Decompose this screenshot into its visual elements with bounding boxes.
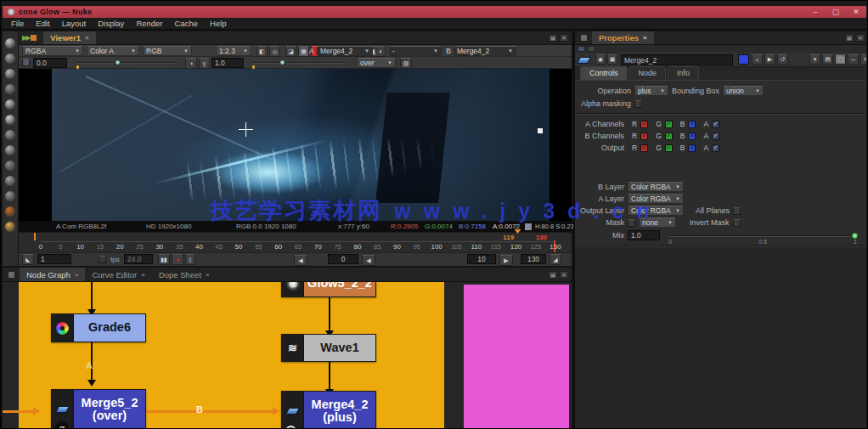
backdrop-magenta[interactable] [464, 285, 569, 429]
gamma-icon[interactable]: γ [199, 58, 210, 69]
node-wave1[interactable]: ≋ Wave1 [281, 334, 376, 362]
fps-field[interactable]: 24.0 [124, 254, 153, 264]
bbox-dropdown[interactable]: union▼ [723, 86, 764, 96]
swap-inputs-icon[interactable]: ◐ [375, 46, 386, 57]
node-color-swatch[interactable] [738, 54, 749, 65]
all-planes-checkbox[interactable] [733, 207, 741, 215]
tab-viewer1[interactable]: Viewer1 × [43, 31, 95, 44]
threed-toolbar-icon[interactable] [5, 176, 15, 186]
close-icon[interactable]: × [75, 271, 79, 279]
invert-mask-checkbox[interactable] [733, 219, 741, 227]
metadata-toolbar-icon[interactable] [5, 206, 15, 217]
node-merge4-2[interactable]: Merge4_2 (plus) + [281, 391, 376, 429]
viewer-image-area[interactable] [19, 69, 572, 221]
range-out-field[interactable]: 130 [521, 254, 546, 264]
close-icon[interactable]: × [643, 34, 647, 42]
menu-help[interactable]: Help [210, 19, 227, 28]
a-channels-b-checkbox[interactable]: ✓ [688, 121, 696, 128]
mask-overlay-icon[interactable]: ▦ [298, 46, 309, 57]
tab-node-graph[interactable]: Node Graph × [20, 268, 85, 281]
flipbook-icon[interactable]: ▯ [185, 254, 195, 265]
gain-toggle[interactable] [22, 59, 30, 66]
b-layer-dropdown[interactable]: Color RGBA▼ [628, 182, 684, 192]
pane-split-icon[interactable]: ▤ [845, 34, 854, 42]
gamma-slider[interactable] [252, 62, 344, 64]
tab-controls[interactable]: Controls [580, 66, 628, 80]
close-icon[interactable]: × [141, 271, 145, 279]
proxy-icon[interactable]: ◪ [285, 46, 296, 57]
tab-dope-sheet[interactable]: Dope Sheet × [152, 268, 217, 281]
close-icon[interactable]: × [85, 34, 89, 42]
node-merge5-2[interactable]: Merge5_2 (over) α [51, 389, 146, 429]
channel-toolbar-icon[interactable] [5, 84, 15, 94]
realtime-checkbox[interactable] [99, 256, 106, 263]
pane-split-icon[interactable]: ▤ [549, 34, 557, 42]
a-channels-r-checkbox[interactable]: ✓ [640, 121, 648, 128]
menu-file[interactable]: File [11, 19, 24, 28]
b-channels-g-checkbox[interactable]: ✓ [665, 133, 673, 140]
a-layer-dropdown[interactable]: Color RGBA▼ [628, 194, 684, 204]
current-frame-field[interactable]: 10 [467, 254, 496, 264]
timeline[interactable]: 119 130 05101520253035404550556065707580… [19, 232, 572, 252]
float-panel-icon[interactable]: ▢ [835, 54, 846, 65]
node-grade6[interactable]: Grade6 [51, 313, 146, 342]
b-channels-r-checkbox[interactable]: ✓ [640, 133, 648, 140]
pane-split-icon[interactable]: ▤ [549, 271, 557, 279]
tab-curve-editor[interactable]: Curve Editor × [85, 268, 151, 281]
clear-panels-icon[interactable] [588, 46, 595, 52]
pane-close-icon[interactable]: ✕ [560, 34, 568, 42]
channel-set-dropdown[interactable]: RGB▼ [143, 46, 192, 56]
b-channels-b-checkbox[interactable]: ✓ [688, 133, 696, 140]
pane-menu-icon[interactable] [581, 35, 587, 41]
gain-field[interactable]: 0.0 [33, 58, 67, 68]
mix-field[interactable]: 1.0 [628, 230, 660, 240]
lock-panels-icon[interactable] [578, 46, 585, 52]
menu-render[interactable]: Render [136, 19, 162, 28]
filter-toolbar-icon[interactable] [5, 115, 15, 125]
a-channels-a-checkbox[interactable]: ✓ [712, 121, 719, 128]
output-r-checkbox[interactable]: ✓ [640, 144, 648, 152]
other-toolbar-icon[interactable] [5, 222, 15, 232]
frame-increment-field[interactable]: 1 [37, 254, 71, 264]
pane-menu-icon[interactable]: ▶▶ [22, 34, 29, 42]
operation-dropdown[interactable]: plus▼ [634, 86, 668, 96]
input-a-dropdown[interactable]: Merge4_2▼ [317, 46, 373, 56]
color-picker-icon[interactable]: < [752, 54, 763, 65]
output-b-checkbox[interactable]: ✓ [688, 144, 696, 152]
wipe-handle-icon[interactable] [538, 128, 543, 133]
pane-close-icon[interactable]: ✕ [856, 34, 865, 42]
viewer-composite-dropdown[interactable]: over▼ [357, 58, 396, 68]
node-graph-canvas[interactable]: A B Grade6 Glow5_2_2 ≋ Wave1 [3, 282, 572, 429]
wipe-icon[interactable]: ◧ [256, 46, 268, 57]
node-name-field[interactable]: Merge4_2 [621, 54, 733, 65]
wipe-mode-dropdown[interactable]: -▼ [389, 46, 442, 56]
output-layer-dropdown[interactable]: Color RGBA▼ [628, 206, 684, 216]
display-channel-dropdown[interactable]: Color A▼ [87, 46, 139, 56]
output-a-checkbox[interactable]: ✓ [712, 144, 719, 152]
output-g-checkbox[interactable]: ✓ [665, 144, 673, 152]
keyer-toolbar-icon[interactable] [5, 130, 15, 140]
a-channels-g-checkbox[interactable]: ✓ [665, 121, 673, 128]
input-b-dropdown[interactable]: Merge4_2▼ [454, 46, 516, 56]
roi-icon[interactable]: ◎ [269, 46, 280, 57]
merge-toolbar-icon[interactable] [5, 145, 15, 155]
timeline-lock-icon[interactable]: ◣ [22, 254, 34, 265]
tab-node[interactable]: Node [629, 66, 667, 80]
time-toolbar-icon[interactable] [5, 69, 15, 79]
playhead-marker[interactable]: 119 [503, 234, 521, 241]
stack-panels-icon[interactable]: ▤ [822, 54, 833, 65]
maximize-button[interactable]: ▢ [830, 8, 842, 16]
loop-icon[interactable]: ● [172, 254, 183, 265]
minimize-button[interactable]: – [809, 8, 821, 16]
in-point-marker[interactable] [34, 233, 36, 240]
title-bar[interactable]: cone Glow — Nuke – ▢ ✕ [3, 6, 867, 18]
menu-display[interactable]: Display [98, 19, 124, 28]
tab-info[interactable]: Info [668, 66, 699, 80]
color-toolbar-icon[interactable] [5, 99, 15, 110]
pane-menu-icon[interactable] [8, 272, 14, 278]
draw-toolbar-icon[interactable] [5, 54, 15, 64]
menu-edit[interactable]: Edit [36, 19, 49, 28]
center-node-icon[interactable]: ▶ [764, 54, 775, 65]
views-toolbar-icon[interactable] [5, 191, 15, 201]
frame-back-button[interactable]: ◀ [362, 255, 375, 266]
